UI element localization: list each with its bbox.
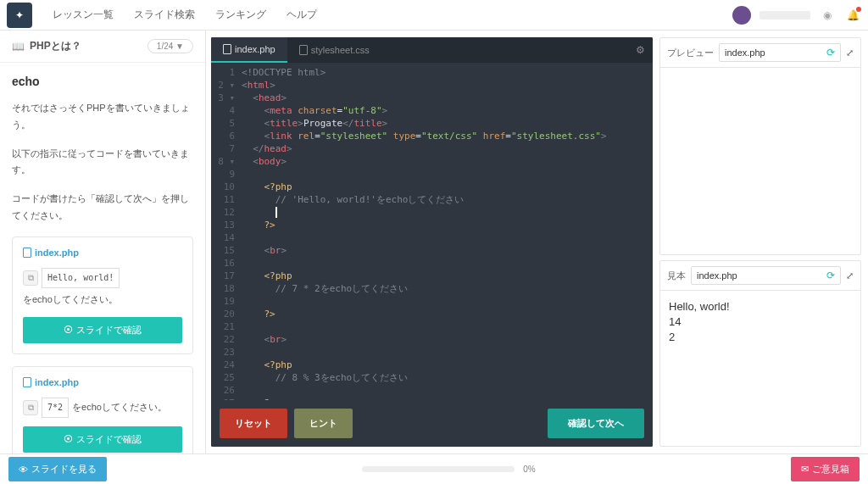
instruction-text: コードが書けたら「確認して次へ」を押してください。	[12, 191, 193, 225]
view-slide-button[interactable]: 👁 スライドを見る	[8, 457, 107, 481]
editor-footer: リセット ヒント 確認して次へ	[211, 400, 653, 447]
task-body: ⧉ Hello, world! をechoしてください。	[23, 268, 182, 309]
gear-icon[interactable]: ⚙	[627, 37, 653, 63]
sample-output: Hello, world!142	[660, 291, 860, 446]
lesson-title: 📖 PHPとは？	[12, 39, 81, 53]
reload-icon[interactable]: ⟳	[826, 47, 835, 58]
editor-panel: index.phpstylesheet.css⚙ 1<!DOCTYPE html…	[211, 37, 653, 447]
file-icon	[23, 377, 31, 387]
file-icon	[223, 44, 231, 54]
header: ✦ レッスン一覧スライド検索ランキングヘルプ ◉ 🔔	[0, 0, 868, 31]
sample-file-select[interactable]: index.php⟳	[691, 266, 841, 285]
expand-icon[interactable]: ⤢	[846, 47, 854, 58]
help-icon[interactable]: ◉	[819, 7, 836, 24]
footer: 👁 スライドを見る 0% ✉ ご意見箱	[0, 453, 868, 484]
username	[760, 11, 810, 19]
task-card: index.php ⧉ 7*2 をechoしてください。 ⦿ スライドで確認	[12, 366, 193, 453]
file-icon	[299, 45, 308, 55]
progress-bar	[362, 466, 515, 472]
task-file: index.php	[23, 377, 182, 387]
page-indicator[interactable]: 1/24 ▼	[147, 39, 193, 53]
nav-link[interactable]: レッスン一覧	[42, 8, 124, 20]
preview-panel: プレビュー index.php⟳ ⤢ 見本 index.php⟳ ⤢ Hello…	[659, 37, 861, 447]
progress-text: 0%	[523, 465, 535, 474]
sample-box: 見本 index.php⟳ ⤢ Hello, world!142	[659, 260, 861, 447]
check-slide-button[interactable]: ⦿ スライドで確認	[23, 317, 182, 343]
logo[interactable]: ✦	[7, 3, 32, 28]
section-heading: echo	[12, 75, 193, 88]
editor-tab[interactable]: index.php	[211, 37, 287, 63]
feedback-button[interactable]: ✉ ご意見箱	[791, 457, 860, 481]
instruction-text: それではさっそくPHPを書いていきましょう。	[12, 100, 193, 134]
nav-link[interactable]: ランキング	[205, 8, 276, 20]
task-file: index.php	[23, 248, 182, 258]
instruction-text: 以下の指示に従ってコードを書いていきます。	[12, 146, 193, 180]
preview-label: プレビュー	[667, 47, 714, 59]
code-chip: Hello, world!	[42, 268, 120, 288]
task-card: index.php ⧉ Hello, world! をechoしてください。 ⦿…	[12, 236, 193, 354]
check-slide-button[interactable]: ⦿ スライドで確認	[23, 426, 182, 453]
code-editor[interactable]: 1<!DOCTYPE html>2 ▾<html>3 ▾ <head>4 <me…	[211, 63, 653, 400]
preview-file-select[interactable]: index.php⟳	[719, 43, 841, 62]
reset-button[interactable]: リセット	[220, 409, 287, 438]
task-body: ⧉ 7*2 をechoしてください。	[23, 398, 182, 418]
avatar[interactable]	[732, 6, 751, 25]
reload-icon[interactable]: ⟳	[826, 270, 835, 281]
expand-icon[interactable]: ⤢	[846, 270, 854, 281]
confirm-button[interactable]: 確認して次へ	[548, 409, 644, 438]
editor-tabs: index.phpstylesheet.css⚙	[211, 37, 653, 63]
preview-box: プレビュー index.php⟳ ⤢	[659, 37, 861, 255]
instructions-panel: 📖 PHPとは？ 1/24 ▼ echo それではさっそくPHPを書いていきまし…	[0, 31, 206, 453]
copy-icon[interactable]: ⧉	[23, 400, 38, 415]
file-icon	[23, 248, 31, 258]
hint-button[interactable]: ヒント	[294, 409, 353, 438]
editor-tab[interactable]: stylesheet.css	[287, 37, 381, 63]
code-chip: 7*2	[42, 398, 69, 418]
nav-link[interactable]: スライド検索	[124, 8, 205, 20]
copy-icon[interactable]: ⧉	[23, 270, 38, 286]
preview-output	[660, 68, 860, 254]
nav-link[interactable]: ヘルプ	[276, 8, 327, 20]
sample-label: 見本	[667, 270, 686, 282]
bell-icon[interactable]: 🔔	[844, 7, 861, 24]
